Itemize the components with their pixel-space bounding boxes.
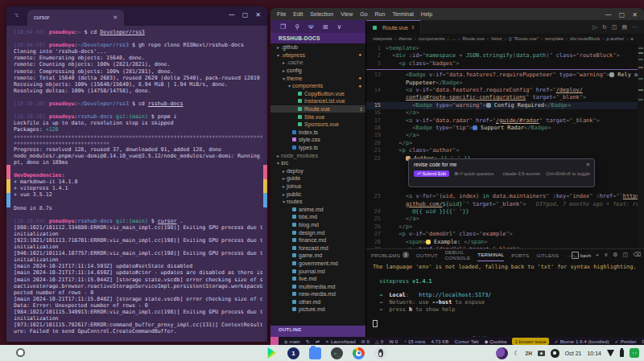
panel-tab-gitlens[interactable]: GITLENS: [536, 249, 559, 260]
code-line[interactable]: 28 <span> Example: </span>: [366, 239, 638, 246]
tree-item-picture-md[interactable]: picture.md: [270, 306, 365, 314]
split-icon[interactable]: ◫: [623, 252, 629, 258]
more-icon[interactable]: ⋯: [632, 24, 638, 31]
breadcrumb-item[interactable]: Vetur: [491, 36, 502, 41]
battery-icon[interactable]: [620, 350, 624, 357]
code-line[interactable]: 15 <Badge type="warning"> Config Require…: [366, 102, 638, 109]
code-line[interactable]: 3 <p class="badges">: [366, 60, 638, 68]
search-icon[interactable]: ⚲: [295, 23, 299, 31]
status-item-15-mins[interactable]: ◔15 mins: [403, 338, 425, 344]
menu-help[interactable]: Help: [421, 11, 432, 17]
split-editor-icon[interactable]: ◫: [612, 24, 617, 31]
code-editor[interactable]: 1<template>2 <div :id="namespace + JSON.…: [366, 43, 644, 248]
tree-item-journal-md[interactable]: journal.md: [270, 267, 365, 275]
code-line[interactable]: 25 </a>: [366, 215, 638, 223]
close-icon[interactable]: ✕: [255, 11, 261, 19]
status-item-cursor-tab[interactable]: Cursor Tab: [454, 338, 478, 344]
code-line[interactable]: 20 </p>: [366, 140, 638, 147]
tree-item-theme[interactable]: ▾theme●: [270, 74, 365, 82]
code-line[interactable]: 24 @{{ uid }}{{' '}}: [366, 208, 638, 215]
outline-section-header[interactable]: OUTLINE: [270, 326, 365, 334]
status-item-main[interactable]: ψmain: [284, 338, 300, 344]
minimize-icon[interactable]: —: [605, 11, 612, 19]
history-icon[interactable]: ↻: [602, 24, 607, 31]
status-item-prettier[interactable]: ✓Prettier: [615, 338, 637, 344]
code-line[interactable]: 21 <p class="author">: [366, 147, 638, 154]
tree-item-anime-md[interactable]: anime.md: [270, 205, 365, 213]
tree-item-new-media-md[interactable]: new-media.md: [270, 290, 365, 298]
menu-run[interactable]: Run: [375, 11, 386, 17]
submit-edit-button[interactable]: ⏎ Submit Edit: [414, 170, 449, 177]
status-circle-icon[interactable]: [551, 349, 559, 358]
tree-item-src[interactable]: ▾src: [270, 159, 365, 167]
cursor-app-icon[interactable]: [496, 347, 508, 359]
close-icon[interactable]: ✕: [586, 162, 590, 168]
tree-item-live-md[interactable]: live.md: [270, 275, 365, 283]
tree-item--vitepress[interactable]: ▾.vitepress●: [270, 51, 365, 59]
tree-item-forecast-md[interactable]: forecast.md: [270, 244, 365, 252]
plus-icon[interactable]: +: [596, 252, 599, 258]
tree-item-types-ts[interactable]: types.ts: [270, 144, 365, 152]
tree-item-public[interactable]: ▸public: [270, 190, 365, 198]
chevron-down-icon[interactable]: ∨: [604, 252, 608, 258]
minimize-icon[interactable]: —: [229, 11, 235, 19]
breadcrumb-item[interactable]: components: [419, 36, 445, 41]
tree-item-route-vue[interactable]: Route.vue3: [270, 105, 365, 113]
files-icon[interactable]: ❐: [280, 23, 286, 31]
breadcrumb-item[interactable]: p.author: [606, 36, 624, 41]
chrome-icon[interactable]: [353, 347, 365, 359]
1password-icon[interactable]: 1: [287, 347, 299, 359]
tree-item-joinus[interactable]: ▸joinus: [270, 183, 365, 191]
shell-selector[interactable]: ›_bash: [572, 252, 591, 259]
status-item-launchpad[interactable]: ➣Launchpad: [325, 338, 356, 344]
launcher-button[interactable]: [16, 348, 25, 357]
tree-item-instancelist-vue[interactable]: InstanceList.vue: [270, 97, 365, 105]
menu-terminal[interactable]: Terminal: [392, 11, 413, 17]
system-tray[interactable]: ☾ 2H Oct 21 10:14 ‹›: [496, 347, 639, 359]
tree-item-bbs-md[interactable]: bbs.md: [270, 213, 365, 221]
status-item-0[interactable]: ⊘0: [361, 338, 369, 344]
maximize-icon[interactable]: ▢: [619, 11, 625, 19]
wifi-icon[interactable]: [607, 350, 614, 356]
trash-icon[interactable]: ⌫: [633, 252, 641, 258]
tree-item--github[interactable]: ▸.github: [270, 43, 365, 51]
maximize-icon[interactable]: ▢: [242, 11, 249, 19]
tab-close-icon[interactable]: ✕: [113, 10, 118, 26]
breadcrumb-item[interactable]: template: [545, 36, 564, 41]
panel-tab-terminal[interactable]: TERMINAL: [477, 249, 504, 261]
terminal-titlebar[interactable]: ⌥ cursor ✕ — ▢ ✕: [6, 6, 267, 26]
tree-item-config[interactable]: ▸config: [270, 67, 365, 75]
breadcrumb-item[interactable]: Route.vue: [462, 36, 484, 41]
status-item-w-0[interactable]: W 0: [389, 338, 398, 344]
code-line[interactable]: Puppeteer</Badge>: [366, 80, 638, 87]
breadcrumb-item[interactable]: a: [630, 36, 633, 41]
tree-item-routes[interactable]: ▾routes: [270, 198, 365, 206]
tree-item-other-md[interactable]: other.md: [270, 298, 365, 306]
code-line[interactable]: github.com/${uid}`" target="_blank"> DIY…: [366, 201, 638, 208]
tab-route-vue[interactable]: Route.vue 3: [366, 20, 421, 35]
code-line[interactable]: 18 <Badge type="tip"> Support Radar</Bad…: [366, 125, 638, 132]
code-line[interactable]: 27 <p v-if="demoUrl" class="example">: [366, 231, 638, 238]
tree-item-guide[interactable]: ▸guide: [270, 174, 365, 183]
extensions-icon[interactable]: ⊞: [323, 23, 328, 31]
tree-item-finance-md[interactable]: finance.md: [270, 236, 365, 244]
panel-tab-ports[interactable]: PORTS: [511, 249, 529, 260]
panel-tab-debug-console[interactable]: DEBUG CONSOLE: [445, 249, 471, 260]
tree-item-design-md[interactable]: design.md: [270, 228, 365, 236]
play-icon[interactable]: ▷: [592, 24, 597, 31]
cursor-ai-edit-popup[interactable]: revise code for me ✕ ⏎ Submit Edit ⌘⏎ qu…: [408, 158, 595, 187]
close-icon[interactable]: ✕: [632, 11, 638, 19]
panel-tab-problems[interactable]: PROBLEMS3: [371, 249, 409, 260]
tray-date[interactable]: Oct 21: [565, 351, 582, 356]
code-line[interactable]: 1<template>: [366, 45, 638, 52]
tree-item-index-ts[interactable]: index.ts: [270, 129, 365, 137]
code-line[interactable]: 17 <a v-if="data.radar" href="/guide/#ra…: [366, 117, 638, 125]
code-line[interactable]: 26 </p>: [366, 224, 638, 231]
status-item--quokka[interactable]: ◆ Quokka: [485, 338, 507, 344]
quick-question-button[interactable]: ⌘⏎ quick question: [454, 171, 493, 176]
tree-item-node-modules[interactable]: ▸node_modules: [270, 151, 365, 159]
tree-item-style-css[interactable]: style.css: [270, 136, 365, 144]
breadcrumb-item[interactable]: vitepress: [373, 36, 392, 41]
code-line[interactable]: config#route-specific-configurations" ta…: [366, 94, 638, 101]
linux-penguin-icon[interactable]: [374, 347, 386, 359]
